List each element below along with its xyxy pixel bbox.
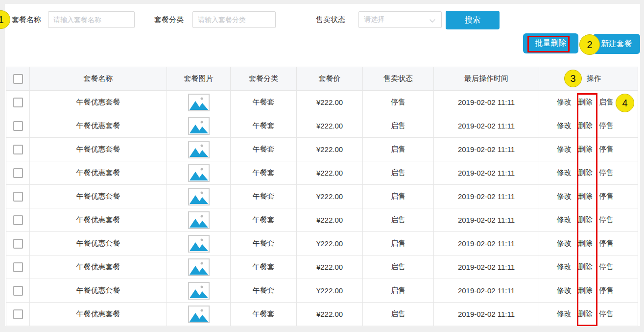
row-checkbox[interactable] bbox=[13, 309, 23, 319]
modify-link[interactable]: 修改 bbox=[557, 262, 572, 272]
last-op-time-cell: 2019-02-02 11:11 bbox=[434, 279, 539, 302]
meal-image-cell bbox=[167, 279, 231, 302]
meal-price-cell: ¥222.00 bbox=[297, 138, 363, 161]
delete-link[interactable]: 删除 bbox=[578, 215, 593, 225]
header-checkbox-cell bbox=[6, 67, 30, 90]
search-button[interactable]: 搜索 bbox=[446, 11, 500, 29]
toggle-sale-link[interactable]: 启售 bbox=[599, 98, 614, 107]
meal-price-cell: ¥222.00 bbox=[297, 114, 363, 137]
modify-link[interactable]: 修改 bbox=[557, 192, 572, 201]
delete-link[interactable]: 删除 bbox=[578, 239, 593, 248]
meal-price-cell: ¥222.00 bbox=[297, 208, 363, 231]
modify-link[interactable]: 修改 bbox=[557, 168, 572, 178]
meal-image-cell bbox=[167, 303, 231, 326]
meal-image-cell bbox=[167, 232, 231, 255]
sale-status-cell: 启售 bbox=[363, 114, 434, 137]
last-op-time-cell: 2019-02-02 11:11 bbox=[434, 161, 539, 184]
image-placeholder-icon bbox=[188, 164, 210, 182]
select-all-checkbox[interactable] bbox=[13, 74, 23, 84]
meal-price-cell: ¥222.00 bbox=[297, 91, 363, 114]
row-checkbox[interactable] bbox=[13, 192, 23, 202]
row-checkbox-cell bbox=[6, 138, 30, 161]
toggle-sale-link[interactable]: 停售 bbox=[599, 121, 614, 130]
sale-status-cell: 启售 bbox=[363, 185, 434, 208]
column-header-price: 套餐价 bbox=[297, 67, 363, 90]
meal-name-cell: 午餐优惠套餐 bbox=[30, 255, 167, 279]
column-header-category: 套餐分类 bbox=[231, 67, 297, 90]
modify-link[interactable]: 修改 bbox=[557, 286, 572, 295]
row-checkbox[interactable] bbox=[13, 262, 23, 272]
toggle-sale-link[interactable]: 停售 bbox=[599, 286, 614, 295]
delete-link[interactable]: 删除 bbox=[578, 121, 593, 130]
row-checkbox-cell bbox=[6, 279, 30, 302]
row-checkbox[interactable] bbox=[13, 121, 23, 131]
sale-status-cell: 启售 bbox=[363, 279, 434, 302]
toggle-sale-link[interactable]: 停售 bbox=[599, 168, 614, 178]
batch-delete-button[interactable]: 批量删除 bbox=[523, 33, 578, 53]
sale-status-select[interactable]: 请选择 bbox=[358, 11, 442, 28]
operations-cell: 修改 删除 停售 bbox=[539, 138, 638, 161]
row-checkbox[interactable] bbox=[13, 168, 23, 178]
meal-category-cell: 午餐套 bbox=[231, 279, 297, 302]
operations-cell: 修改 删除 停售 bbox=[539, 114, 638, 137]
meal-price-cell: ¥222.00 bbox=[297, 255, 363, 279]
image-placeholder-icon bbox=[188, 117, 210, 135]
meal-name-input[interactable] bbox=[48, 11, 135, 28]
operations-cell: 修改 删除 停售 bbox=[539, 161, 638, 184]
row-checkbox-cell bbox=[6, 185, 30, 208]
meal-category-input[interactable] bbox=[192, 11, 276, 28]
toggle-sale-link[interactable]: 停售 bbox=[599, 192, 614, 201]
sale-status-cell: 启售 bbox=[363, 208, 434, 231]
table-row: 午餐优惠套餐 午餐套 ¥222.00 停售 2019-02-02 11:11 修… bbox=[6, 91, 638, 114]
meal-category-cell: 午餐套 bbox=[231, 208, 297, 231]
delete-link[interactable]: 删除 bbox=[578, 145, 593, 154]
modify-link[interactable]: 修改 bbox=[557, 215, 572, 225]
column-header-status: 售卖状态 bbox=[363, 67, 434, 90]
sale-status-placeholder: 请选择 bbox=[364, 15, 384, 24]
row-checkbox[interactable] bbox=[13, 286, 23, 296]
row-checkbox[interactable] bbox=[13, 215, 23, 225]
row-checkbox[interactable] bbox=[13, 239, 23, 249]
sale-status-cell: 启售 bbox=[363, 161, 434, 184]
annotation-step-3: 3 bbox=[564, 70, 582, 87]
row-checkbox[interactable] bbox=[13, 145, 23, 154]
last-op-time-cell: 2019-02-02 11:11 bbox=[434, 114, 539, 137]
modify-link[interactable]: 修改 bbox=[557, 145, 572, 154]
meal-name-label: 套餐名称 bbox=[12, 11, 41, 28]
modify-link[interactable]: 修改 bbox=[557, 309, 572, 319]
operations-cell: 修改 删除 停售 bbox=[539, 208, 638, 231]
row-checkbox[interactable] bbox=[13, 98, 23, 107]
meal-category-cell: 午餐套 bbox=[231, 255, 297, 279]
table-row: 午餐优惠套餐 午餐套 ¥222.00 启售 2019-02-02 11:11 修… bbox=[6, 232, 638, 255]
delete-link[interactable]: 删除 bbox=[578, 98, 593, 107]
toggle-sale-link[interactable]: 停售 bbox=[599, 262, 614, 272]
delete-link[interactable]: 删除 bbox=[578, 168, 593, 178]
modify-link[interactable]: 修改 bbox=[557, 98, 572, 107]
meal-price-cell: ¥222.00 bbox=[297, 279, 363, 302]
meal-image-cell bbox=[167, 208, 231, 231]
last-op-time-cell: 2019-02-02 11:11 bbox=[434, 208, 539, 231]
meal-image-cell bbox=[167, 161, 231, 184]
row-checkbox-cell bbox=[6, 303, 30, 326]
sale-status-cell: 启售 bbox=[363, 255, 434, 279]
last-op-time-cell: 2019-02-02 11:11 bbox=[434, 255, 539, 279]
meal-name-cell: 午餐优惠套餐 bbox=[30, 91, 167, 114]
toggle-sale-link[interactable]: 停售 bbox=[599, 215, 614, 225]
delete-link[interactable]: 删除 bbox=[578, 309, 593, 319]
toggle-sale-link[interactable]: 停售 bbox=[599, 309, 614, 319]
toggle-sale-link[interactable]: 停售 bbox=[599, 145, 614, 154]
image-placeholder-icon bbox=[188, 211, 210, 229]
new-meal-button[interactable]: 新建套餐 bbox=[593, 34, 640, 54]
table-header-row: 套餐名称 套餐图片 套餐分类 套餐价 售卖状态 最后操作时间 操作 bbox=[6, 67, 638, 91]
meal-image-cell bbox=[167, 91, 231, 114]
delete-link[interactable]: 删除 bbox=[578, 192, 593, 201]
meal-category-cell: 午餐套 bbox=[231, 161, 297, 184]
toggle-sale-link[interactable]: 停售 bbox=[599, 239, 614, 248]
modify-link[interactable]: 修改 bbox=[557, 239, 572, 248]
last-op-time-cell: 2019-02-02 11:11 bbox=[434, 232, 539, 255]
delete-link[interactable]: 删除 bbox=[578, 286, 593, 295]
table-row: 午餐优惠套餐 午餐套 ¥222.00 启售 2019-02-02 11:11 修… bbox=[6, 279, 638, 303]
image-placeholder-icon bbox=[188, 94, 210, 111]
delete-link[interactable]: 删除 bbox=[578, 262, 593, 272]
modify-link[interactable]: 修改 bbox=[557, 121, 572, 130]
